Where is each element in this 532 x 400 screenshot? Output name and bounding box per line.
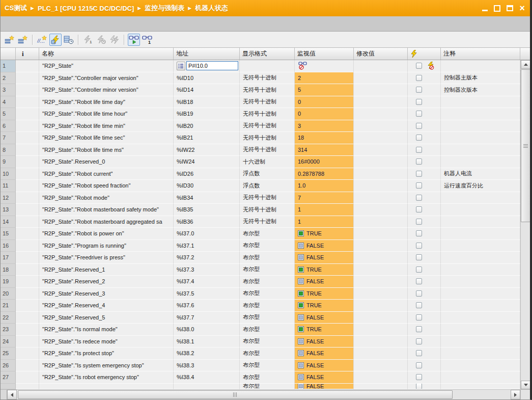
scroll-left-button[interactable]: [7, 390, 17, 399]
table-row[interactable]: 19"R2P_State".Reserved_2%I37.4布尔型FALSE: [1, 276, 520, 288]
table-row[interactable]: 8"R2P_State"."Robot life time ms"%IW22无符…: [1, 144, 520, 156]
modify-enable-cell[interactable]: [408, 312, 441, 324]
table-row[interactable]: 15"R2P_State"."Robot is power on"%I37.0布…: [1, 228, 520, 240]
tag-name-cell[interactable]: "R2P_State"."Robot speed fraction": [39, 180, 174, 192]
tag-name-cell[interactable]: "R2P_State"."Robot life time day": [39, 96, 174, 109]
display-format-cell[interactable]: 无符号十进制: [240, 216, 295, 228]
modify-value-cell[interactable]: [354, 84, 408, 96]
row-number[interactable]: 15: [1, 228, 16, 240]
table-row[interactable]: 10"R2P_State"."Robot current"%ID26浮点数0.2…: [1, 168, 520, 180]
comment-cell[interactable]: [441, 252, 520, 264]
header-info-column[interactable]: i: [16, 48, 39, 60]
modify-checkbox[interactable]: [416, 302, 422, 308]
monitor-value-cell[interactable]: FALSE: [295, 276, 354, 288]
table-row[interactable]: 2"R2P_State"."Controller major version"%…: [1, 72, 520, 85]
table-row[interactable]: 5"R2P_State"."Robot life time hour"%IB19…: [1, 108, 520, 120]
display-format-cell[interactable]: 布尔型: [240, 384, 295, 389]
tag-name-cell[interactable]: "R2P_State"."Robot life time ms": [39, 144, 174, 156]
display-format-cell[interactable]: 布尔型: [240, 228, 295, 240]
address-cell[interactable]: %ID26: [174, 168, 240, 180]
header-modify-value-column[interactable]: 修改值: [354, 48, 408, 60]
modify-checkbox[interactable]: [416, 75, 422, 81]
row-number[interactable]: 17: [1, 252, 16, 264]
modify-value-cell[interactable]: [354, 348, 408, 360]
display-format-cell[interactable]: 浮点数: [240, 180, 295, 192]
address-cell[interactable]: %IW24: [174, 156, 240, 168]
modify-checkbox[interactable]: [416, 195, 422, 201]
comment-cell[interactable]: [441, 192, 520, 204]
tag-name-cell[interactable]: "R2P_State"."Freedriver is press": [39, 252, 174, 264]
address-picker-button[interactable]: [177, 62, 185, 70]
modify-enable-cell[interactable]: [408, 144, 441, 156]
restore-button[interactable]: [494, 5, 500, 12]
modify-checkbox[interactable]: [416, 384, 422, 389]
monitor-value-cell[interactable]: 16#0000: [295, 156, 354, 168]
display-format-cell[interactable]: 无符号十进制: [240, 72, 295, 85]
modify-checkbox[interactable]: [416, 362, 422, 368]
header-monitor-value-column[interactable]: 监视值: [295, 48, 354, 60]
modify-enable-cell[interactable]: [408, 348, 441, 360]
comment-cell[interactable]: 控制器主版本: [441, 72, 520, 85]
comment-cell[interactable]: [441, 132, 520, 144]
comment-cell[interactable]: [441, 288, 520, 300]
address-edit-input[interactable]: P#I10.0: [186, 61, 238, 70]
horizontal-scrollbar-track[interactable]: [17, 390, 511, 399]
address-cell[interactable]: %I37.2: [174, 252, 240, 264]
modify-value-cell[interactable]: [354, 228, 408, 240]
display-format-cell[interactable]: 布尔型: [240, 264, 295, 276]
address-cell[interactable]: %ID30: [174, 180, 240, 192]
modify-enable-cell[interactable]: [408, 300, 441, 312]
modify-value-cell[interactable]: [354, 252, 408, 264]
show-trigger-columns-icon[interactable]: [63, 34, 75, 46]
modify-enable-cell[interactable]: [408, 60, 441, 72]
monitor-once-icon[interactable]: 1: [141, 34, 153, 46]
modify-enable-cell[interactable]: [408, 360, 441, 372]
row-number[interactable]: 22: [1, 312, 16, 324]
display-format-cell[interactable]: 布尔型: [240, 252, 295, 264]
modify-enable-cell[interactable]: [408, 288, 441, 300]
comment-cell[interactable]: [441, 156, 520, 168]
header-modify-column[interactable]: [408, 48, 441, 60]
comment-cell[interactable]: [441, 60, 520, 72]
modify-enable-cell[interactable]: [408, 228, 441, 240]
maximize-button[interactable]: [507, 5, 513, 11]
modify-checkbox[interactable]: [416, 206, 422, 212]
modify-checkbox[interactable]: [416, 111, 422, 117]
table-row[interactable]: 24"R2P_State"."Is redece mode"%I38.1布尔型F…: [1, 336, 520, 348]
display-format-cell[interactable]: 无符号十进制: [240, 108, 295, 120]
modify-checkbox[interactable]: [416, 182, 422, 189]
tag-name-cell[interactable]: "R2P_State"."Is normal mode": [39, 324, 174, 336]
modify-enable-cell[interactable]: [408, 216, 441, 228]
display-format-cell[interactable]: 布尔型: [240, 371, 295, 384]
tag-name-cell[interactable]: [39, 384, 174, 389]
vertical-scrollbar-thumb[interactable]: [521, 69, 530, 222]
modify-enable-cell[interactable]: [408, 264, 441, 276]
modify-enable-cell[interactable]: [408, 324, 441, 336]
table-row[interactable]: 26"R2P_State"."Is system emergency stop"…: [1, 360, 520, 372]
modify-checkbox[interactable]: [416, 147, 422, 153]
close-button[interactable]: ×: [519, 5, 525, 11]
comment-cell[interactable]: [441, 264, 520, 276]
modify-enable-cell[interactable]: [408, 276, 441, 288]
row-number[interactable]: 7: [1, 132, 16, 144]
tag-name-cell[interactable]: "R2P_State".Reserved_0: [39, 156, 174, 168]
address-cell[interactable]: %ID14: [174, 84, 240, 96]
modify-enable-cell[interactable]: [408, 72, 441, 85]
comment-cell[interactable]: [441, 300, 520, 312]
modify-checkbox[interactable]: [416, 63, 422, 69]
comment-cell[interactable]: [441, 108, 520, 120]
modify-checkbox[interactable]: [416, 230, 422, 236]
monitor-value-cell[interactable]: 1: [295, 216, 354, 228]
display-format-cell[interactable]: 十六进制: [240, 156, 295, 168]
modify-checkbox[interactable]: [416, 158, 422, 165]
modify-enable-cell[interactable]: [408, 371, 441, 384]
tag-name-cell[interactable]: "R2P_State"."Is protect stop": [39, 348, 174, 360]
row-number[interactable]: 3: [1, 84, 16, 96]
address-cell[interactable]: %I37.7: [174, 312, 240, 324]
comment-cell[interactable]: [441, 324, 520, 336]
modify-value-cell[interactable]: [354, 204, 408, 216]
horizontal-scrollbar[interactable]: [1, 389, 530, 399]
scroll-right-button[interactable]: [511, 390, 520, 399]
address-cell[interactable]: %IW22: [174, 144, 240, 156]
modify-checkbox[interactable]: [416, 243, 422, 249]
